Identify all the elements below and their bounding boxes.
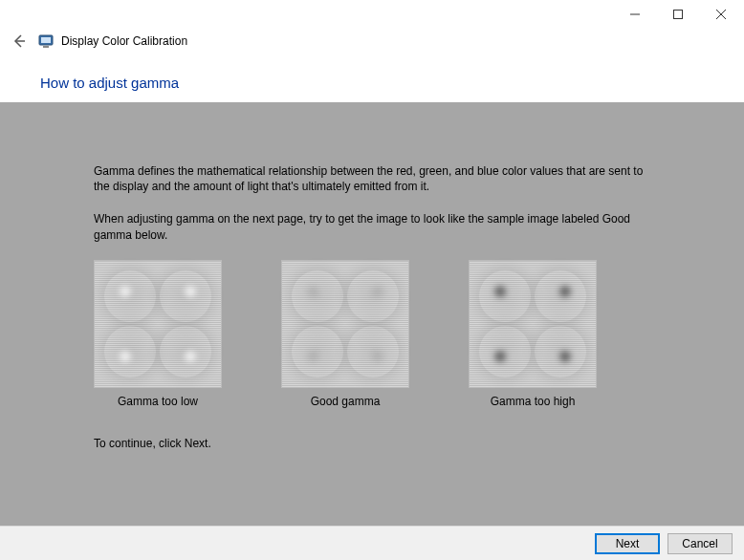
minimize-button[interactable] xyxy=(613,1,656,28)
paragraph-instructions: When adjusting gamma on the next page, t… xyxy=(94,211,658,242)
svg-rect-1 xyxy=(673,11,682,19)
sample-gamma-good: Good gamma xyxy=(281,260,409,409)
gamma-good-swatch xyxy=(281,260,409,388)
back-button[interactable] xyxy=(8,30,31,53)
next-button[interactable]: Next xyxy=(595,533,660,554)
display-calibration-icon xyxy=(38,33,54,49)
paragraph-gamma-definition: Gamma defines the mathematical relations… xyxy=(94,163,658,194)
footer: Next Cancel xyxy=(0,526,744,560)
window-titlebar xyxy=(0,0,744,29)
header-row: Display Color Calibration xyxy=(0,29,744,54)
sample-label-low: Gamma too low xyxy=(118,394,198,409)
app-title: Display Color Calibration xyxy=(61,34,187,48)
svg-rect-7 xyxy=(43,46,49,48)
gamma-samples: Gamma too low Good gamma Gamma too high xyxy=(94,260,658,409)
close-button[interactable] xyxy=(699,1,742,28)
cancel-button[interactable]: Cancel xyxy=(667,533,733,554)
sample-label-high: Gamma too high xyxy=(491,394,576,409)
gamma-high-swatch xyxy=(469,260,597,388)
svg-rect-6 xyxy=(41,37,51,43)
content-area: Gamma defines the mathematical relations… xyxy=(0,102,744,532)
page-title: How to adjust gamma xyxy=(0,54,744,102)
maximize-button[interactable] xyxy=(656,1,699,28)
gamma-low-swatch xyxy=(94,260,222,388)
sample-label-good: Good gamma xyxy=(311,394,381,409)
sample-gamma-high: Gamma too high xyxy=(469,260,597,409)
sample-gamma-low: Gamma too low xyxy=(94,260,222,409)
continue-text: To continue, click Next. xyxy=(94,436,658,451)
